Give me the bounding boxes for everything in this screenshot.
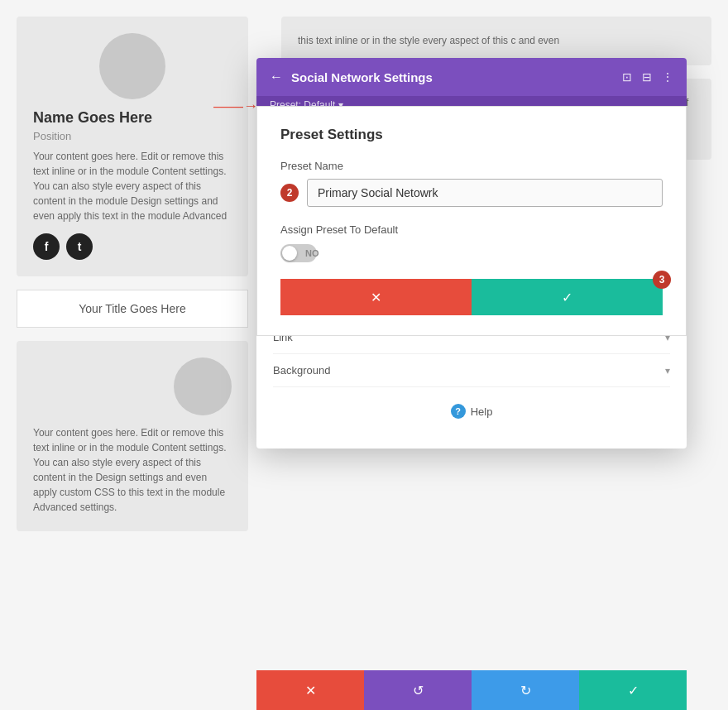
bottom-undo-button[interactable]: ↺ (364, 670, 472, 710)
toggle-knob (282, 246, 297, 261)
twitter-icon[interactable]: t (66, 233, 93, 260)
bottom-confirm-button[interactable]: ✓ (579, 670, 687, 710)
help-row[interactable]: ? Help (273, 387, 670, 435)
background-chevron-icon: ▾ (665, 365, 670, 377)
preset-name-input[interactable] (307, 179, 663, 207)
step-3-badge: 3 (653, 271, 671, 289)
more-icon[interactable]: ⋮ (662, 70, 673, 84)
avatar (99, 33, 165, 99)
profile-content: Your content goes here. Edit or remove t… (33, 149, 232, 223)
preset-settings-title: Preset Settings (280, 127, 663, 143)
panel-header-right: ⊡ ⊟ ⋮ (622, 70, 673, 84)
profile-card-2: Your content goes here. Edit or remove t… (17, 341, 248, 531)
bottom-cancel-button[interactable]: ✕ (256, 670, 364, 710)
social-icons-row: f t (33, 233, 232, 260)
panel-title: Social Network Settings (291, 70, 433, 84)
bottom-cancel-icon: ✕ (305, 683, 316, 698)
bottom-redo-button[interactable]: ↻ (472, 670, 579, 710)
profile-name: Name Goes Here (33, 109, 232, 127)
bottom-confirm-icon: ✓ (628, 683, 639, 698)
background-label: Background (273, 364, 330, 377)
title-box: Your Title Goes Here (17, 290, 248, 328)
preset-cancel-button[interactable]: ✕ (280, 279, 472, 315)
step-2-badge: 2 (280, 184, 299, 202)
assign-toggle[interactable]: NO (280, 244, 317, 262)
preset-name-label: Preset Name (280, 160, 663, 172)
arrow-annotation: ——→ (213, 98, 258, 115)
toggle-row: NO (280, 244, 663, 262)
profile-card: Name Goes Here Position Your content goe… (17, 17, 248, 276)
preset-dropdown-inner: Preset Settings Preset Name 2 Assign Pre… (257, 107, 686, 335)
facebook-icon[interactable]: f (33, 233, 60, 260)
assign-label: Assign Preset To Default (280, 223, 663, 236)
avatar-2 (174, 357, 232, 415)
cancel-x-icon: ✕ (371, 290, 381, 305)
bottom-undo-icon: ↺ (413, 683, 424, 698)
preset-actions: ✕ ✓ 3 (280, 279, 663, 315)
preset-name-row: 2 (280, 179, 663, 207)
panel-header: ← Social Network Settings ⊡ ⊟ ⋮ (256, 58, 687, 96)
help-label: Help (471, 405, 493, 418)
settings-panel: ← Social Network Settings ⊡ ⊟ ⋮ Preset: … (256, 58, 687, 449)
bottom-redo-icon: ↻ (520, 683, 531, 698)
preset-confirm-button[interactable]: ✓ 3 (472, 279, 663, 315)
profile-content-2: Your content goes here. Edit or remove t… (33, 425, 232, 515)
help-icon: ? (451, 404, 466, 419)
screenshot-icon[interactable]: ⊡ (622, 70, 632, 84)
panel-header-left: ← Social Network Settings (270, 70, 433, 84)
bottom-action-bar: ✕ ↺ ↻ ✓ (256, 670, 687, 710)
preset-dropdown: Preset Settings Preset Name 2 Assign Pre… (256, 106, 687, 336)
back-button[interactable]: ← (270, 70, 283, 84)
background-section-row[interactable]: Background ▾ (273, 354, 670, 387)
profile-position: Position (33, 130, 232, 142)
split-icon[interactable]: ⊟ (642, 70, 652, 84)
toggle-label: NO (305, 248, 319, 258)
confirm-check-icon: ✓ (562, 290, 572, 305)
